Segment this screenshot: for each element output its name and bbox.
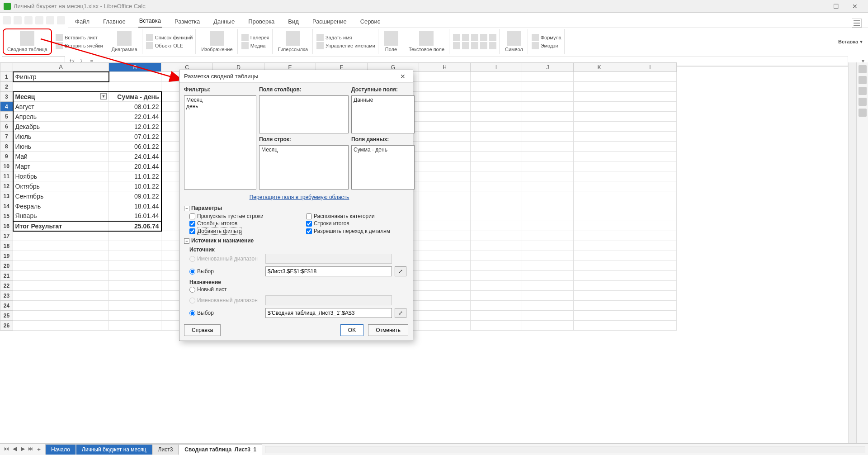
radio-named-range-src[interactable]: Именованный диапазон (189, 256, 263, 262)
chk-recognize-categories[interactable]: Распознавать категории (306, 213, 419, 219)
manage-names-button[interactable]: Управление именами (326, 43, 375, 48)
gallery-button[interactable]: Галерея (250, 35, 269, 40)
row-header[interactable]: 22 (0, 281, 13, 291)
cell[interactable] (471, 171, 522, 181)
cell[interactable] (109, 82, 161, 92)
sidebar-properties-icon[interactable] (859, 65, 867, 73)
cell[interactable] (522, 261, 574, 271)
cell[interactable] (419, 241, 471, 251)
shape-connector-icon[interactable] (489, 42, 496, 49)
cell[interactable] (109, 271, 161, 281)
cell[interactable] (625, 271, 677, 281)
cell[interactable] (109, 321, 161, 331)
cell[interactable] (419, 142, 471, 152)
cell[interactable] (13, 231, 109, 241)
cell[interactable] (13, 311, 109, 321)
set-name-button[interactable]: Задать имя (326, 35, 352, 40)
row-header[interactable]: 2 (0, 82, 13, 92)
shape-star-icon[interactable] (489, 34, 496, 41)
chart-button[interactable]: Диаграмма (110, 30, 139, 53)
cell[interactable] (625, 171, 677, 181)
shape-callout-icon[interactable] (471, 42, 478, 49)
cell[interactable] (522, 321, 574, 331)
cell[interactable] (471, 132, 522, 142)
row-header[interactable]: 1 (0, 72, 13, 82)
sidebar-functions-icon[interactable] (859, 109, 867, 117)
cell[interactable]: Итог Результат (13, 221, 109, 231)
cell[interactable] (419, 132, 471, 142)
cell[interactable] (574, 251, 625, 261)
cell[interactable] (109, 241, 161, 251)
cell[interactable] (419, 251, 471, 261)
cell[interactable] (625, 261, 677, 271)
cell[interactable] (471, 102, 522, 112)
row-fields-box[interactable]: Месяц (259, 145, 349, 190)
cell[interactable] (13, 281, 109, 291)
column-header[interactable]: J (522, 63, 574, 72)
tab-layout[interactable]: Разметка (174, 16, 201, 28)
cell[interactable] (574, 261, 625, 271)
cell[interactable] (625, 241, 677, 251)
cell[interactable]: Август (13, 102, 109, 112)
cell[interactable]: Июль (13, 132, 109, 142)
column-header[interactable]: A (13, 63, 109, 72)
cell[interactable] (522, 221, 574, 231)
cell[interactable] (574, 191, 625, 201)
cell[interactable] (471, 321, 522, 331)
cell[interactable] (574, 132, 625, 142)
cell[interactable] (625, 152, 677, 161)
row-header[interactable]: 9 (0, 152, 13, 161)
shape-basic-icon[interactable] (471, 34, 478, 41)
cell[interactable] (419, 102, 471, 112)
cell[interactable] (419, 122, 471, 132)
cell[interactable] (522, 281, 574, 291)
filters-box[interactable] (259, 95, 349, 133)
sheet-nav-next-icon[interactable]: ▶ (19, 446, 26, 453)
cell[interactable]: Март (13, 161, 109, 171)
dialog-close-button[interactable]: ✕ (397, 73, 408, 80)
cell[interactable] (109, 261, 161, 271)
cell[interactable] (625, 82, 677, 92)
cell[interactable]: 12.01.22 (109, 122, 161, 132)
available-fields-box[interactable]: Месяц день (184, 95, 256, 190)
cell[interactable] (471, 261, 522, 271)
cell[interactable] (625, 132, 677, 142)
column-header[interactable]: K (574, 63, 625, 72)
cell[interactable]: 09.01.22 (109, 191, 161, 201)
cell[interactable] (419, 321, 471, 331)
spreadsheet-grid[interactable]: ABCDEFGHIJKL1Фильтр23Месяц▼Сумма - день4… (0, 62, 848, 443)
cell[interactable] (471, 72, 522, 82)
cell[interactable] (471, 311, 522, 321)
column-fields-box[interactable]: Данные (351, 95, 415, 133)
cell[interactable] (625, 102, 677, 112)
cell[interactable]: Апрель (13, 112, 109, 122)
cell[interactable] (419, 171, 471, 181)
cell[interactable] (419, 281, 471, 291)
cell[interactable] (471, 191, 522, 201)
row-header[interactable]: 10 (0, 161, 13, 171)
cell[interactable] (625, 92, 677, 102)
tab-main[interactable]: Главное (102, 16, 127, 28)
row-header[interactable]: 16 (0, 221, 13, 231)
sheet-tab-budget[interactable]: Личный бюджет на месяц (76, 444, 152, 455)
cell[interactable] (625, 201, 677, 211)
cell[interactable] (625, 122, 677, 132)
cell[interactable]: 11.01.22 (109, 171, 161, 181)
chk-add-filter[interactable]: Добавить фильтр (189, 228, 302, 235)
cell[interactable] (471, 201, 522, 211)
available-field-item[interactable]: Месяц (186, 97, 254, 103)
cell[interactable] (522, 311, 574, 321)
symbol-button[interactable]: Символ (503, 30, 525, 53)
cell[interactable] (574, 122, 625, 132)
row-header[interactable]: 21 (0, 271, 13, 281)
cell[interactable] (471, 221, 522, 231)
tab-data[interactable]: Данные (212, 16, 236, 28)
insert-cells-button[interactable]: Вставить ячейки (65, 43, 103, 48)
cell[interactable] (471, 241, 522, 251)
cell[interactable]: 10.01.22 (109, 181, 161, 191)
column-header[interactable]: I (471, 63, 522, 72)
media-button[interactable]: Медиа (250, 43, 266, 48)
cell[interactable] (419, 291, 471, 301)
cell[interactable] (625, 291, 677, 301)
cell[interactable] (471, 82, 522, 92)
